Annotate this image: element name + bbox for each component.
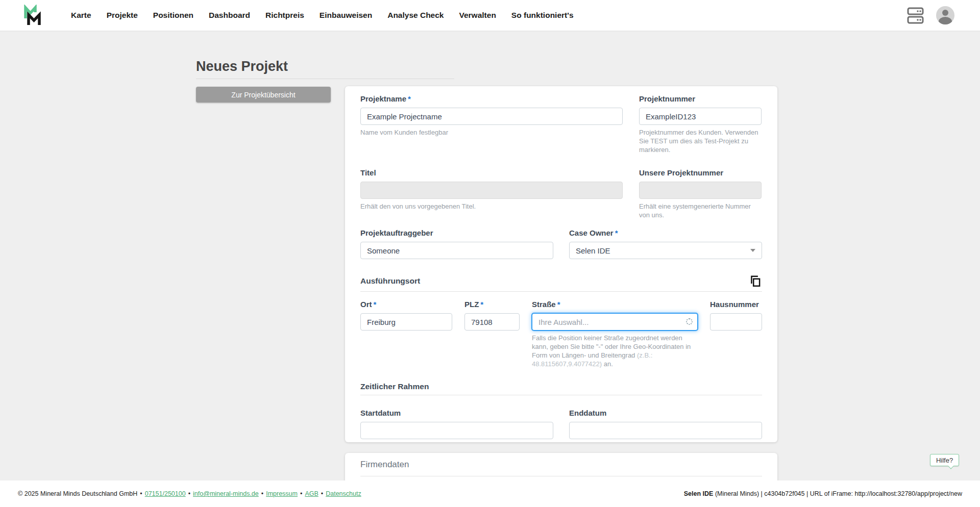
titel-hint: Erhält den von uns vorgegebenen Titel.: [360, 202, 623, 211]
field-projektnummer: Projektnummer Projektnummer des Kunden. …: [639, 94, 762, 154]
chevron-down-icon: [750, 249, 755, 252]
session-details: (Mineral Minds) | c4304b72f045 | URL of …: [713, 490, 962, 497]
hausnummer-input[interactable]: [710, 313, 762, 331]
copy-location-button[interactable]: [749, 274, 762, 288]
nav-item-so-funktionierts[interactable]: So funktioniert's: [511, 11, 574, 20]
field-unsere-projektnummer: Unsere Projektnummer Erhält eine systemg…: [639, 168, 762, 219]
projektname-label: Projektname*: [360, 94, 623, 104]
field-enddatum: Enddatum: [569, 409, 762, 439]
server-status-button[interactable]: [907, 7, 924, 24]
hausnummer-label: Hausnummer: [710, 300, 762, 309]
plz-input[interactable]: [464, 313, 520, 331]
projektname-input[interactable]: [360, 108, 623, 125]
user-avatar[interactable]: [936, 6, 954, 24]
unsere-projektnummer-input: [639, 182, 762, 199]
required-marker: *: [480, 300, 483, 309]
section-ausfuehrungsort: Ausführungsort: [360, 274, 762, 292]
projektname-hint: Name vom Kunden festlegbar: [360, 128, 623, 137]
footer-link-impressum[interactable]: Impressum: [266, 490, 298, 497]
section-zeitlicher-rahmen: Zeitlicher Rahmen: [360, 382, 762, 395]
copyright-text: © 2025 Mineral Minds Deutschland GmbH: [18, 490, 137, 497]
field-plz: PLZ*: [464, 300, 520, 331]
top-navbar: Karte Projekte Positionen Dashboard Rich…: [0, 0, 980, 31]
footer-link-phone[interactable]: 07151/250100: [145, 490, 186, 497]
startdatum-input[interactable]: [360, 422, 553, 439]
project-form-card: Projektname* Name vom Kunden festlegbar …: [345, 86, 777, 442]
nav-item-positionen[interactable]: Positionen: [153, 11, 193, 20]
strasse-label: Straße*: [532, 300, 698, 309]
ort-input[interactable]: [360, 313, 452, 331]
unsere-projektnummer-hint: Erhält eine systemgenerierte Nummer von …: [639, 202, 762, 219]
firmendaten-title: Firmendaten: [360, 460, 762, 470]
nav-item-verwalten[interactable]: Verwalten: [459, 11, 496, 20]
case-owner-value: Selen IDE: [576, 246, 610, 255]
main-nav: Karte Projekte Positionen Dashboard Rich…: [71, 11, 574, 20]
footer-link-datenschutz[interactable]: Datenschutz: [326, 490, 361, 497]
field-titel: Titel Erhält den von uns vorgegebenen Ti…: [360, 168, 623, 211]
footer-link-email[interactable]: info@mineral-minds.de: [193, 490, 259, 497]
field-case-owner: Case Owner* Selen IDE: [569, 229, 762, 259]
required-marker: *: [615, 229, 618, 237]
projektnummer-label: Projektnummer: [639, 94, 762, 104]
projektauftraggeber-input[interactable]: [360, 242, 553, 259]
mineral-minds-logo-icon: [20, 5, 45, 26]
nav-item-projekte[interactable]: Projekte: [107, 11, 138, 20]
ort-label: Ort*: [360, 300, 452, 309]
nav-item-analyse-check[interactable]: Analyse Check: [387, 11, 444, 20]
strasse-input[interactable]: [532, 313, 698, 331]
session-user: Selen IDE: [684, 490, 714, 497]
firmendaten-divider: [360, 476, 762, 476]
nav-item-richtpreis[interactable]: Richtpreis: [265, 11, 304, 20]
zur-projektuebersicht-button[interactable]: Zur Projektübersicht: [196, 87, 331, 103]
navbar-actions: [907, 6, 954, 24]
field-ort: Ort*: [360, 300, 452, 331]
field-projektname: Projektname* Name vom Kunden festlegbar: [360, 94, 623, 137]
field-projektauftraggeber: Projektauftraggeber: [360, 229, 553, 259]
case-owner-label: Case Owner*: [569, 229, 762, 238]
firmendaten-card: Firmendaten: [345, 453, 777, 480]
projektnummer-input[interactable]: [639, 108, 762, 125]
strasse-hint: Falls die Position keiner Straße zugeord…: [532, 334, 698, 368]
required-marker: *: [374, 300, 377, 309]
startdatum-label: Startdatum: [360, 409, 553, 418]
page-title: Neues Projekt: [196, 59, 288, 74]
plz-label: PLZ*: [464, 300, 520, 309]
field-startdatum: Startdatum: [360, 409, 553, 439]
footer-session-info: Selen IDE (Mineral Minds) | c4304b72f045…: [684, 490, 962, 497]
avatar-person-icon: [942, 10, 948, 16]
projektauftraggeber-label: Projektauftraggeber: [360, 229, 553, 238]
nav-item-dashboard[interactable]: Dashboard: [209, 11, 250, 20]
loading-spinner-icon: [686, 318, 693, 325]
enddatum-label: Enddatum: [569, 409, 762, 418]
copy-icon: [749, 274, 762, 288]
hilfe-button[interactable]: Hilfe?: [930, 454, 959, 466]
brand-logo[interactable]: [20, 5, 45, 26]
titel-label: Titel: [360, 168, 623, 178]
help-bubble-tail: [948, 463, 953, 469]
footer-legal: © 2025 Mineral Minds Deutschland GmbH • …: [18, 490, 361, 497]
field-hausnummer: Hausnummer: [710, 300, 762, 331]
zeitlicher-rahmen-title: Zeitlicher Rahmen: [360, 382, 429, 391]
title-divider: [196, 79, 454, 79]
required-marker: *: [557, 300, 560, 309]
page-content: Neues Projekt Zur Projektübersicht Proje…: [0, 31, 980, 480]
projektnummer-hint: Projektnummer des Kunden. Verwenden Sie …: [639, 128, 762, 154]
footer-link-agb[interactable]: AGB: [305, 490, 318, 497]
case-owner-select[interactable]: Selen IDE: [569, 242, 762, 259]
unsere-projektnummer-label: Unsere Projektnummer: [639, 168, 762, 178]
server-icon: [907, 7, 924, 24]
field-strasse: Straße* Falls die Position keiner Straße…: [532, 300, 698, 368]
enddatum-input[interactable]: [569, 422, 762, 439]
required-marker: *: [408, 94, 411, 103]
page-footer: © 2025 Mineral Minds Deutschland GmbH • …: [0, 480, 980, 507]
nav-item-karte[interactable]: Karte: [71, 11, 91, 20]
ausfuehrungsort-title: Ausführungsort: [360, 276, 420, 286]
titel-input: [360, 182, 623, 199]
nav-item-einbauweisen[interactable]: Einbauweisen: [320, 11, 372, 20]
